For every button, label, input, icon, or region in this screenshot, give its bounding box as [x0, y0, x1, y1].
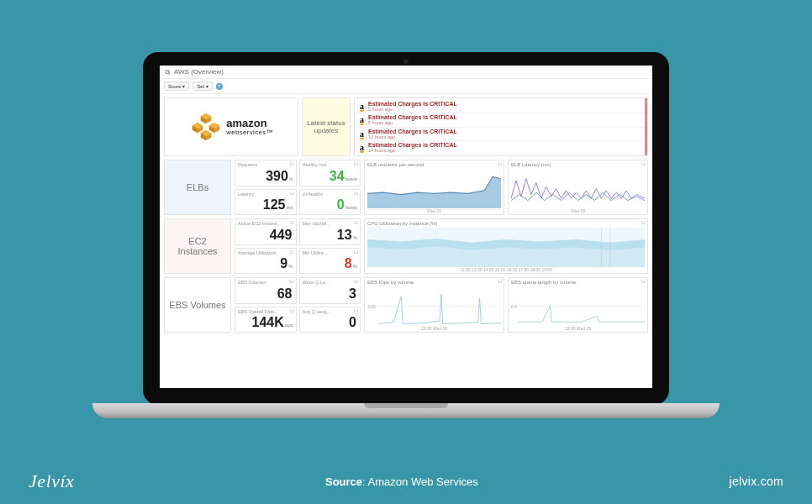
metric-ebs-worstq[interactable]: 1d Worst Q Le... 3 [299, 277, 361, 304]
metric-elb-requests[interactable]: 1d Requests 390/s [235, 160, 297, 186]
aws-logo-text: amazon [226, 118, 273, 129]
status-time: 10 hours ago [368, 134, 457, 139]
toolbar-select-sel[interactable]: Sel ▾ [192, 81, 212, 91]
metric-ec2-active[interactable]: 1d Active EC2 Instanc... 449 [235, 218, 297, 245]
toolbar-select-score[interactable]: Score ▾ [164, 81, 189, 91]
gear-icon [164, 69, 171, 76]
section-label-ec2: EC2 Instances [164, 218, 231, 274]
chart-elb-requests[interactable]: 1d ELB requests per second Wed 10 [364, 160, 504, 215]
status-message: Estimated Charges is CRITICAL [368, 142, 457, 148]
chart-ebs-iops[interactable]: 1d EBS IOps by volume 100k [364, 277, 504, 333]
amazon-a-icon: a [360, 102, 364, 111]
chart-ec2-cpu[interactable]: 1d CPU Utilization by instance (%) 12:00… [364, 218, 648, 274]
status-message: Estimated Charges is CRITICAL [368, 101, 457, 107]
status-updates-title-card: Latest status updates [302, 97, 351, 156]
metric-elb-latency[interactable]: 1d Latency 125ms [235, 189, 297, 216]
metric-elb-unhealthy[interactable]: 1d Unhealthy 0hosts [299, 189, 361, 216]
amazon-a-icon: a [360, 129, 364, 139]
section-label-ebs: EBS Volumes [164, 277, 231, 333]
brand-logo: Jelvíx [29, 470, 74, 492]
toolbar: Score ▾ Sel ▾ ? [160, 79, 652, 94]
status-message: Estimated Charges is CRITICAL [368, 114, 457, 120]
dashboard: amazon webservices™ Latest status update… [160, 94, 652, 336]
y-axis-label: 0.5 [511, 286, 519, 326]
section-label-elbs: ELBs [164, 160, 231, 215]
laptop-base [92, 403, 720, 418]
metric-ec2-maxutil[interactable]: 1d Max utilizati... 13% [299, 218, 361, 245]
window-title: AWS (Overview) [174, 68, 224, 76]
amazon-a-icon: a [360, 143, 364, 152]
metric-ebs-iops[interactable]: 1d EBS Overall IOps 144Kops [235, 307, 297, 333]
metric-ec2-minutil[interactable]: 1d Min Utiliza... 8% [299, 248, 361, 275]
amazon-a-icon: a [360, 115, 364, 124]
metric-elb-healthy[interactable]: 1d Healthy hos... 34hosts [299, 160, 361, 186]
source-attribution: Source: Amazon Web Services [325, 475, 478, 488]
metric-ec2-avgutil[interactable]: 1d Average Utilization 9% [235, 248, 297, 275]
aws-logo-card: amazon webservices™ [164, 97, 298, 156]
metric-ebs-avgq[interactable]: 1d Avg Q Leng... 0 [299, 307, 361, 333]
laptop-frame: AWS (Overview) Score ▾ Sel ▾ ? [143, 52, 669, 405]
status-item[interactable]: a Estimated Charges is CRITICAL 5 hours … [355, 113, 647, 127]
metric-ebs-volumes[interactable]: 1d EBS Volumes 68 [235, 277, 297, 304]
elb-metrics: 1d Requests 390/s 1d Healthy hos... 34ho… [235, 160, 361, 215]
status-item[interactable]: a Estimated Charges is CRITICAL 14 hours… [355, 141, 647, 154]
status-item[interactable]: a Estimated Charges is CRITICAL 10 hours… [355, 128, 647, 141]
help-icon[interactable]: ? [216, 83, 223, 90]
status-item[interactable]: a Estimated Charges is CRITICAL 5 hours … [355, 100, 647, 113]
chart-ebs-queue[interactable]: 1d EBS queue length by volume 0.5 [508, 277, 648, 333]
site-link[interactable]: jelvix.com [730, 475, 783, 488]
ebs-metrics: 1d EBS Volumes 68 1d Worst Q Le... 3 1d … [235, 277, 361, 333]
status-updates-title: Latest status updates [306, 119, 346, 134]
aws-logo-subtext: webservices™ [226, 129, 273, 136]
ec2-metrics: 1d Active EC2 Instanc... 449 1d Max util… [235, 218, 361, 274]
aws-cubes-icon [189, 113, 223, 141]
page-footer: Jelvíx Source: Amazon Web Services jelvi… [0, 470, 812, 492]
status-time: 14 hours ago [368, 148, 457, 153]
status-time: 5 hours ago [368, 107, 457, 112]
window-titlebar: AWS (Overview) [160, 66, 652, 79]
status-updates-list: a Estimated Charges is CRITICAL 5 hours … [354, 97, 648, 156]
chart-elb-latency[interactable]: 1d ELB Latency (ms) Wed 09 [508, 160, 648, 215]
status-message: Estimated Charges is CRITICAL [368, 129, 457, 134]
y-axis-label: 100k [367, 286, 378, 326]
screen: AWS (Overview) Score ▾ Sel ▾ ? [160, 66, 652, 388]
status-time: 5 hours ago [368, 120, 457, 125]
